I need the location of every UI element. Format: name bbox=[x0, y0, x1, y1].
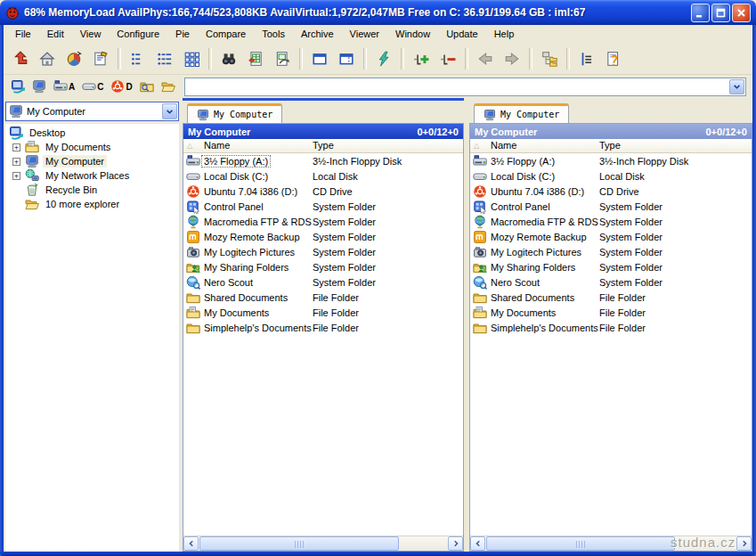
pie-chart-button[interactable] bbox=[61, 46, 87, 71]
home-button[interactable] bbox=[34, 46, 61, 71]
menu-window[interactable]: Window bbox=[387, 26, 438, 42]
menu-compare[interactable]: Compare bbox=[198, 26, 254, 42]
menu-update[interactable]: Update bbox=[438, 26, 485, 42]
file-row[interactable]: Mozy Remote BackupSystem Folder bbox=[183, 229, 463, 244]
tab-add-button[interactable] bbox=[408, 46, 435, 71]
help-icon bbox=[606, 51, 622, 67]
file-row[interactable]: Local Disk (C:)Local Disk bbox=[183, 168, 463, 184]
drive-a-button[interactable]: A bbox=[50, 76, 78, 97]
tree-item-10-more-explorer[interactable]: 10 more explorer bbox=[5, 197, 179, 211]
file-row[interactable]: Mozy Remote BackupSystem Folder bbox=[470, 229, 752, 244]
menu-tools[interactable]: Tools bbox=[254, 26, 293, 42]
file-row[interactable]: Shared DocumentsFile Folder bbox=[470, 290, 752, 305]
column-header-name[interactable]: Name bbox=[204, 140, 230, 151]
tree-item-desktop[interactable]: Desktop bbox=[5, 126, 179, 140]
panel-path-header[interactable]: My Computer0+0/12+0 bbox=[183, 124, 463, 139]
file-row[interactable]: Macromedia FTP & RDSSystem Folder bbox=[183, 214, 463, 229]
expand-plus-icon[interactable]: + bbox=[12, 172, 20, 180]
file-row[interactable]: Macromedia FTP & RDSSystem Folder bbox=[470, 214, 752, 229]
scroll-left-button[interactable] bbox=[470, 536, 485, 551]
tab-my-computer[interactable]: My Computer bbox=[474, 103, 569, 123]
column-header-type[interactable]: Type bbox=[599, 140, 621, 151]
lightning-button[interactable] bbox=[370, 46, 397, 71]
list-brief-button[interactable] bbox=[125, 46, 151, 71]
file-row[interactable]: Nero ScoutSystem Folder bbox=[470, 274, 752, 290]
sheet-export-button[interactable] bbox=[242, 46, 269, 71]
menu-viewer[interactable]: Viewer bbox=[342, 26, 387, 42]
menu-pie[interactable]: Pie bbox=[167, 26, 198, 42]
file-row[interactable]: My Sharing FoldersSystem Folder bbox=[470, 259, 752, 274]
scroll-right-button[interactable] bbox=[736, 536, 752, 551]
folder-tree-button[interactable] bbox=[536, 46, 563, 71]
column-header-type[interactable]: Type bbox=[313, 140, 334, 151]
tree-item-my-documents[interactable]: +My Documents bbox=[5, 140, 179, 154]
tree-item-recycle-bin[interactable]: Recycle Bin bbox=[5, 183, 179, 197]
address-combobox[interactable] bbox=[184, 78, 746, 96]
my-computer-button[interactable] bbox=[28, 76, 50, 97]
scrollbar-thumb[interactable] bbox=[199, 536, 399, 551]
scroll-right-button[interactable] bbox=[448, 536, 463, 551]
window-normal-button[interactable] bbox=[306, 46, 333, 71]
tree-item-my-network-places[interactable]: +My Network Places bbox=[5, 168, 179, 183]
panel-path-header[interactable]: My Computer0+0/12+0 bbox=[470, 124, 752, 139]
up-button[interactable] bbox=[7, 46, 34, 71]
file-row[interactable]: My Logitech PicturesSystem Folder bbox=[470, 244, 752, 259]
tree-item-my-computer[interactable]: +My Computer bbox=[5, 154, 179, 168]
menu-file[interactable]: File bbox=[7, 26, 39, 42]
file-row[interactable]: 3½ Floppy (A:)3½-Inch Floppy Disk bbox=[183, 153, 463, 168]
forward-button[interactable] bbox=[499, 46, 525, 71]
menu-view[interactable]: View bbox=[72, 26, 110, 42]
file-row[interactable]: Ubuntu 7.04 i386 (D:)CD Drive bbox=[470, 184, 752, 199]
sort-direction-icon[interactable]: △ bbox=[474, 142, 479, 150]
file-row[interactable]: 3½ Floppy (A:)3½-Inch Floppy Disk bbox=[470, 153, 752, 168]
horizontal-scrollbar[interactable] bbox=[183, 536, 463, 551]
minimize-button[interactable] bbox=[691, 4, 710, 22]
grid-view-button[interactable] bbox=[178, 46, 205, 71]
file-row[interactable]: My DocumentsFile Folder bbox=[470, 305, 752, 320]
tab-remove-button[interactable] bbox=[435, 46, 461, 71]
column-header-name[interactable]: Name bbox=[491, 140, 516, 151]
menu-configure[interactable]: Configure bbox=[109, 26, 167, 42]
file-row[interactable]: My Logitech PicturesSystem Folder bbox=[183, 244, 463, 259]
drive-c-button[interactable]: C bbox=[78, 76, 107, 97]
menu-help[interactable]: Help bbox=[486, 26, 523, 42]
help-button[interactable] bbox=[600, 46, 627, 71]
edit-notes-button[interactable] bbox=[87, 46, 114, 71]
file-row[interactable]: My DocumentsFile Folder bbox=[183, 305, 463, 320]
scrollbar-thumb[interactable] bbox=[486, 536, 675, 551]
file-row[interactable]: Simplehelp's DocumentsFile Folder bbox=[470, 320, 752, 335]
desktop-button[interactable] bbox=[7, 76, 28, 97]
address-dropdown-button[interactable] bbox=[729, 79, 744, 94]
folder-open-button[interactable] bbox=[158, 76, 179, 97]
folder-search-button[interactable] bbox=[136, 76, 158, 97]
tab-my-computer[interactable]: My Computer bbox=[187, 103, 282, 123]
file-row[interactable]: Control PanelSystem Folder bbox=[470, 199, 752, 214]
close-button[interactable] bbox=[732, 4, 751, 22]
file-row[interactable]: Ubuntu 7.04 i386 (D:)CD Drive bbox=[183, 184, 463, 199]
window-title: 68% MemoryLoad AvailPhys:166,744/523,808… bbox=[24, 6, 687, 19]
window-split-button[interactable] bbox=[333, 46, 360, 71]
sort-direction-icon[interactable]: △ bbox=[187, 142, 192, 150]
sheet-report-button[interactable] bbox=[269, 46, 296, 71]
file-row[interactable]: Shared DocumentsFile Folder bbox=[183, 290, 463, 305]
menu-edit[interactable]: Edit bbox=[39, 26, 72, 42]
maximize-button[interactable] bbox=[711, 4, 730, 22]
folder-selector-dropdown-button[interactable] bbox=[162, 103, 177, 119]
scroll-left-button[interactable] bbox=[183, 536, 199, 551]
address-input[interactable] bbox=[188, 79, 728, 94]
expand-plus-icon[interactable]: + bbox=[12, 143, 20, 151]
drive-d-button[interactable]: D bbox=[107, 76, 135, 97]
back-button[interactable] bbox=[472, 46, 499, 71]
scrollbar-grip bbox=[576, 541, 585, 548]
expand-plus-icon[interactable]: + bbox=[12, 158, 20, 166]
folder-selector-combobox[interactable]: My Computer bbox=[5, 102, 179, 121]
file-row[interactable]: My Sharing FoldersSystem Folder bbox=[183, 259, 463, 274]
file-row[interactable]: Nero ScoutSystem Folder bbox=[183, 274, 463, 290]
list-detail-button[interactable] bbox=[151, 46, 178, 71]
file-row[interactable]: Simplehelp's DocumentsFile Folder bbox=[183, 320, 463, 335]
sort-list-button[interactable] bbox=[573, 46, 600, 71]
search-button[interactable] bbox=[215, 46, 242, 71]
file-row[interactable]: Local Disk (C:)Local Disk bbox=[470, 168, 752, 184]
file-row[interactable]: Control PanelSystem Folder bbox=[183, 199, 463, 214]
menu-archive[interactable]: Archive bbox=[293, 26, 342, 42]
